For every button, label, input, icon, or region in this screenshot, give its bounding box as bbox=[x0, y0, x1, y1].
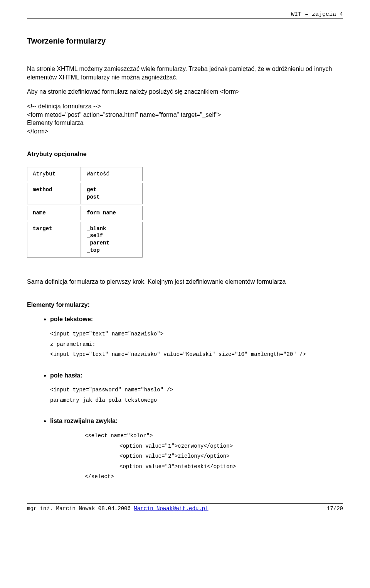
list-item: lista rozwijalna zwykła: <select name="k… bbox=[50, 417, 343, 482]
attributes-table: Atrybut Wartość method get post name for… bbox=[27, 165, 143, 259]
form-def-comment: <!-- definicja formularza --> bbox=[27, 103, 101, 110]
page-footer: mgr inż. Marcin Nowak 08.04.2006 Marcin_… bbox=[27, 505, 343, 512]
form-def-inner: Elementy formularza bbox=[27, 120, 84, 126]
attr-value: form_name bbox=[87, 209, 137, 217]
paragraph-intro-1: Na stronie XHTML możemy zamieszczać wiel… bbox=[27, 65, 343, 81]
code-line: <option value="3">niebieski</option> bbox=[50, 462, 343, 472]
table-row: Atrybut Wartość bbox=[27, 167, 143, 181]
code-line: <option value="1">czerwony</option> bbox=[50, 441, 343, 452]
list-item: pole tekstowe: <input type="text" name="… bbox=[50, 315, 343, 359]
form-definition-block: <!-- definicja formularza --> <form meto… bbox=[27, 102, 343, 135]
header-rule bbox=[27, 19, 343, 19]
attr-value: get bbox=[87, 186, 137, 194]
code-line: <option value="2">zielony</option> bbox=[50, 451, 343, 462]
attr-values: form_name bbox=[81, 206, 143, 220]
paragraph-mid: Sama definicja formularza to pierwszy kr… bbox=[27, 278, 343, 286]
code-line: <select name="kolor"> bbox=[50, 431, 343, 441]
form-def-open: <form metod="post" action="strona.html" … bbox=[27, 111, 221, 118]
field-text-title: pole tekstowe: bbox=[50, 316, 93, 322]
table-header-value: Wartość bbox=[81, 167, 143, 181]
running-header: WIT – zajęcia 4 bbox=[27, 11, 343, 19]
attr-name: target bbox=[27, 222, 81, 258]
footer-email-link[interactable]: Marcin_Nowak@wit.edu.pl bbox=[134, 505, 208, 512]
table-row: method get post bbox=[27, 183, 143, 204]
attributes-heading: Atrybuty opcjonalne bbox=[27, 150, 343, 158]
list-item: pole hasła: <input type="password" name=… bbox=[50, 371, 343, 406]
attr-values: _blank _self _parent _top bbox=[81, 222, 143, 258]
attr-name: name bbox=[27, 206, 81, 220]
attr-value: _blank bbox=[87, 225, 137, 233]
footer-author: mgr inż. Marcin Nowak 08.04.2006 Marcin_… bbox=[27, 505, 208, 512]
form-def-close: </form> bbox=[27, 128, 48, 135]
elements-heading: Elementy formularzy: bbox=[27, 301, 343, 309]
page-title: Tworzenie formularzy bbox=[27, 36, 343, 46]
table-row: name form_name bbox=[27, 206, 143, 220]
footer-page-number: 17/20 bbox=[327, 505, 343, 512]
footer-rule bbox=[27, 503, 343, 504]
code-line: <input type="text" name="nazwisko"> bbox=[50, 331, 163, 337]
attr-value: _parent bbox=[87, 239, 137, 247]
attr-name: method bbox=[27, 183, 81, 204]
code-line: <input type="text" name="nazwisko" value… bbox=[50, 351, 306, 357]
code-line: </select> bbox=[50, 472, 343, 482]
field-password-title: pole hasła: bbox=[50, 372, 82, 379]
paragraph-intro-2: Aby na stronie zdefiniować formularz nal… bbox=[27, 88, 343, 96]
attr-values: get post bbox=[81, 183, 143, 204]
code-line: parametry jak dla pola tekstowego bbox=[50, 397, 157, 403]
code-line: <input type="password" name="haslo" /> bbox=[50, 387, 173, 393]
attr-value: _top bbox=[87, 247, 137, 254]
attr-value: post bbox=[87, 194, 137, 201]
table-row: target _blank _self _parent _top bbox=[27, 222, 143, 258]
footer-author-text: mgr inż. Marcin Nowak 08.04.2006 bbox=[27, 505, 134, 512]
table-header-attr: Atrybut bbox=[27, 167, 81, 181]
field-select-title: lista rozwijalna zwykła: bbox=[50, 418, 118, 424]
code-line: z parametrami: bbox=[50, 341, 96, 347]
attr-value: _self bbox=[87, 232, 137, 239]
